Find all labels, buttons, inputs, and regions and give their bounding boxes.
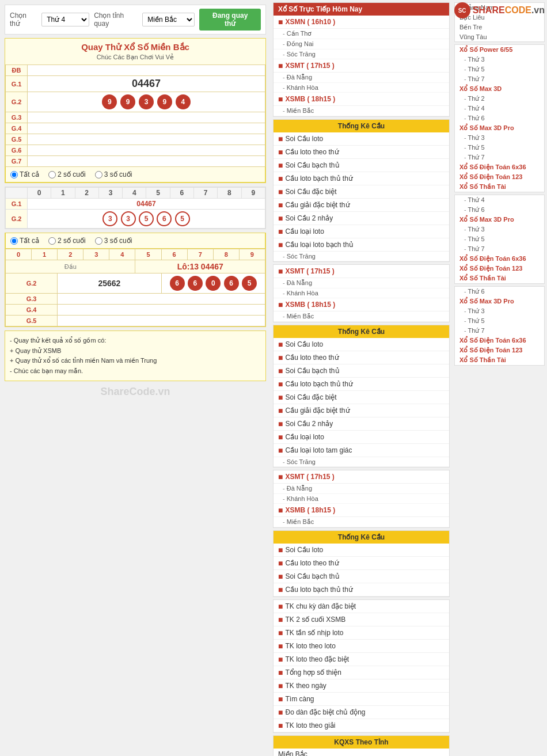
r2-dt6x36[interactable]: Xổ Số Điện Toán 6x36 bbox=[455, 336, 544, 345]
xsmn-header: ■ XSMN ( 16h10 ) bbox=[274, 16, 449, 29]
chon-tinh-select[interactable]: Miền Bắc Miền Nam Miền Trung bbox=[142, 13, 195, 26]
list-item[interactable]: ■ Cầu loại loto tam giác bbox=[274, 444, 449, 457]
xsmb-header3: ■ XSMB ( 18h15 ) bbox=[274, 504, 449, 517]
list-item[interactable]: ■ Cầu loto theo thứ bbox=[274, 351, 449, 364]
r2-than-tai[interactable]: Xổ Số Thần Tài bbox=[455, 355, 544, 365]
list-item[interactable]: ■ Cầu loại loto bbox=[274, 225, 449, 238]
list-item[interactable]: ■ Soi Cầu 2 nhảy bbox=[274, 212, 449, 225]
list-item: Thứ 6 bbox=[455, 113, 544, 123]
list-item: Miền Bắc bbox=[274, 106, 449, 116]
power-title[interactable]: Xổ Số Power 6/55 bbox=[455, 45, 544, 55]
list-item: Đồng Nai bbox=[274, 39, 449, 50]
list-item[interactable]: ■ Cầu loto bạch thủ thứ bbox=[274, 172, 449, 185]
lottery-panel-2: Tất cả 2 số cuối 3 số cuối 0 1 2 3 4 5 6 bbox=[5, 233, 266, 327]
max3d-title[interactable]: Xổ Số Max 3D bbox=[455, 84, 544, 94]
table-row: G.7 bbox=[6, 156, 265, 167]
filter-3cuoi[interactable]: 3 số cuối bbox=[95, 170, 132, 178]
table-row: G.2 25662 6 6 0 6 5 bbox=[6, 273, 265, 294]
list-item[interactable]: ■ TK loto theo loto bbox=[274, 640, 449, 653]
list-item[interactable]: Miền Bắc bbox=[274, 749, 449, 756]
max3dpro-title[interactable]: Xổ Số Max 3D Pro bbox=[455, 123, 544, 133]
list-item[interactable]: ■ Soi Cầu loto bbox=[274, 132, 449, 146]
list-item[interactable]: ■ TK loto theo giải bbox=[274, 719, 449, 732]
list-item: Khánh Hòa bbox=[274, 494, 449, 504]
list-item[interactable]: ■ Soi Cầu bạch thủ bbox=[274, 364, 449, 378]
list-item[interactable]: ■ Soi Cầu loto bbox=[274, 544, 449, 557]
filter-all-2-radio[interactable] bbox=[10, 237, 18, 245]
list-item[interactable]: ■ TK chu kỳ dàn đặc biệt bbox=[274, 600, 449, 613]
chon-thu-select[interactable]: Thứ 2 Thứ 3 Thứ 4 Thứ 5 Thứ 6 Thứ 7 Chủ … bbox=[41, 13, 89, 26]
ball: 6 bbox=[224, 276, 239, 291]
list-item[interactable]: Bến Tre bbox=[455, 22, 544, 32]
list-item: Cần Thơ bbox=[274, 29, 449, 39]
repeat-dt123[interactable]: Xổ Số Điện Toán 123 bbox=[455, 264, 544, 273]
r2-max3dpro[interactable]: Xổ Số Max 3D Pro bbox=[455, 297, 544, 306]
list-item[interactable]: ■ TK theo ngày bbox=[274, 679, 449, 693]
watermark-left: ShareCode.vn bbox=[5, 381, 266, 402]
list-item[interactable]: ■ Tìm càng bbox=[274, 693, 449, 706]
filter-2cuoi-2[interactable]: 2 số cuối bbox=[48, 237, 86, 245]
list-item[interactable]: ■ Cầu giải đặc biệt thứ bbox=[274, 404, 449, 417]
thong-ke-section-3: Thống Kê Cầu ■ Soi Cầu loto ■ Cầu loto t… bbox=[273, 530, 450, 597]
repeat-max3dpro[interactable]: Xổ Số Max 3D Pro bbox=[455, 215, 544, 225]
filter-3cuoi-2[interactable]: 3 số cuối bbox=[95, 237, 132, 245]
dt123-title[interactable]: Xổ Số Điện Toán 123 bbox=[455, 172, 544, 182]
notes-section: - Quay thử kết quả xổ số gồm có: + Quay … bbox=[5, 330, 266, 381]
list-item[interactable]: ■ Soi Cầu loto bbox=[274, 338, 449, 351]
list-item[interactable]: Vũng Tàu bbox=[455, 32, 544, 41]
ball: 9 bbox=[120, 94, 135, 109]
filter-2cuoi[interactable]: 2 số cuối bbox=[48, 170, 86, 178]
list-item: Thứ 7 bbox=[455, 326, 544, 336]
list-item[interactable]: ■ TK 2 số cuối XSMB bbox=[274, 613, 449, 626]
filter-row-1: Tất cả 2 số cuối 3 số cuối bbox=[5, 167, 265, 183]
chon-thu-label: Chọn thứ bbox=[10, 12, 37, 28]
thong-ke-header-2: Thống Kê Cầu bbox=[274, 325, 449, 338]
table-row: G.4 bbox=[6, 123, 265, 134]
repeat-dt6x36[interactable]: Xổ Số Điện Toán 6x36 bbox=[455, 254, 544, 264]
list-item[interactable]: ■ TK loto theo đặc biệt bbox=[274, 653, 449, 666]
r2-dt123[interactable]: Xổ Số Điện Toán 123 bbox=[455, 345, 544, 355]
list-item[interactable]: ■ Soi Cầu bạch thủ bbox=[274, 159, 449, 172]
dt6x36-title[interactable]: Xổ Số Điện Toán 6x36 bbox=[455, 162, 544, 172]
list-item[interactable]: ■ Đo dàn đặc biệt chủ động bbox=[274, 706, 449, 719]
filter-3cuoi-radio[interactable] bbox=[95, 171, 102, 178]
list-item[interactable]: ■ Cầu giải đặc biệt thứ bbox=[274, 199, 449, 212]
list-item[interactable]: ■ Tổng hợp số thiện bbox=[274, 666, 449, 679]
grid-header-row: 0 1 2 3 4 5 6 7 8 9 bbox=[6, 188, 265, 199]
filter-3cuoi-2-radio[interactable] bbox=[95, 237, 102, 245]
lottery-title: Quay Thử Xổ Số Miền Bắc bbox=[5, 39, 265, 54]
list-item[interactable]: ■ Cầu loại loto bạch thủ bbox=[274, 238, 449, 252]
list-item: Sóc Trăng bbox=[274, 50, 449, 59]
list-item[interactable]: ■ TK tần số nhịp loto bbox=[274, 626, 449, 640]
filter-2cuoi-2-radio[interactable] bbox=[48, 237, 56, 245]
ball: 5 bbox=[242, 276, 257, 291]
list-item[interactable]: ■ Cầu loto theo thứ bbox=[274, 146, 449, 159]
table-row: G.2 3 3 5 6 5 bbox=[6, 210, 265, 229]
list-item[interactable]: ■ Cầu loại loto bbox=[274, 431, 449, 444]
list-item: Thứ 4 bbox=[455, 195, 544, 205]
filter-all[interactable]: Tất cả bbox=[10, 170, 39, 178]
filter-2cuoi-radio[interactable] bbox=[48, 171, 56, 178]
table-row: G.2 9 9 3 9 4 bbox=[6, 92, 265, 112]
list-item[interactable]: ■ Cầu loto theo thứ bbox=[274, 557, 449, 570]
list-item[interactable]: ■ Soi Cầu bạch thủ bbox=[274, 570, 449, 583]
xsmb-header2: ■ XSMB ( 18h15 ) bbox=[274, 298, 449, 311]
list-item[interactable]: ■ Soi Cầu 2 nhảy bbox=[274, 417, 449, 431]
filter-all-2[interactable]: Tất cả bbox=[10, 237, 39, 245]
than-tai-title[interactable]: Xổ Số Thần Tài bbox=[455, 182, 544, 192]
list-item[interactable]: ■ Soi Cầu đặc biệt bbox=[274, 391, 449, 404]
spin-button[interactable]: Đang quay thứ bbox=[199, 9, 261, 31]
ball: 5 bbox=[139, 211, 154, 226]
ball: 5 bbox=[175, 211, 190, 226]
note-line: - Quay thử kết quả xổ số gồm có: bbox=[10, 336, 261, 346]
ball: 4 bbox=[176, 94, 191, 109]
list-item[interactable]: ■ Cầu loto bạch thủ thứ bbox=[274, 378, 449, 391]
list-item: Thứ 4 bbox=[455, 104, 544, 113]
repeat-than-tai[interactable]: Xổ Số Thần Tài bbox=[455, 273, 544, 283]
filter-all-radio[interactable] bbox=[10, 171, 18, 178]
list-item[interactable]: ■ Cầu loto bạch thủ thứ bbox=[274, 583, 449, 597]
table-row: G.5 bbox=[6, 316, 265, 326]
xsmt-header1: ■ XSMT ( 17h15 ) bbox=[274, 59, 449, 73]
list-item[interactable]: ■ Soi Cầu đặc biệt bbox=[274, 185, 449, 199]
truc-tiep-section-3: ■ XSMT ( 17h15 ) Đà Nẵng Khánh Hòa ■ XSM… bbox=[273, 470, 450, 528]
